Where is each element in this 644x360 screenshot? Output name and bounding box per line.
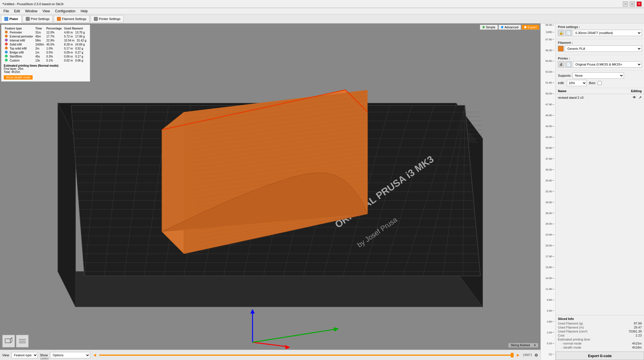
tab-filament-settings[interactable]: Filament Settings bbox=[54, 15, 90, 23]
ruler-tick: 28.00 bbox=[541, 212, 555, 215]
filament-select[interactable]: Generic PLA bbox=[565, 46, 642, 52]
slider-min-val: 196854 bbox=[40, 357, 49, 360]
print-settings-lock-icon[interactable]: 🔒 bbox=[558, 30, 564, 36]
restore-btn[interactable]: □ bbox=[630, 1, 635, 7]
feature-label: Solid infill bbox=[10, 43, 22, 46]
pct-cell: 22.9% bbox=[45, 38, 63, 42]
col-feature: Feature type bbox=[4, 27, 34, 30]
infill-select[interactable]: 10% 15% 20% bbox=[567, 80, 587, 86]
show-stealth-mode-btn[interactable]: Show stealth mode bbox=[4, 75, 33, 80]
view-select[interactable]: Feature type Height Width bbox=[11, 352, 38, 358]
ruler-value: 29.90 bbox=[545, 201, 552, 204]
cost-label: Cost bbox=[558, 334, 565, 337]
ruler-value: 2.00 bbox=[547, 331, 552, 334]
supports-select[interactable]: None bbox=[573, 72, 624, 79]
time-cell: 58m bbox=[34, 38, 45, 42]
edit-icon[interactable]: ↗ bbox=[639, 95, 642, 100]
ruler-value: 39.80 bbox=[545, 147, 552, 149]
normal-mode-label: - normal mode bbox=[561, 342, 582, 345]
ruler-line bbox=[552, 94, 554, 94]
tab-print-settings[interactable]: Print Settings bbox=[23, 15, 53, 23]
layer-slider[interactable] bbox=[99, 355, 514, 356]
printer-select[interactable]: Original Prusa i3 MK3S & MK3S+ bbox=[573, 61, 642, 68]
menu-edit[interactable]: Edit bbox=[12, 9, 22, 14]
menu-file[interactable]: File bbox=[1, 9, 11, 14]
ruler-value: 50.00 bbox=[545, 92, 552, 95]
export-gcode-btn[interactable]: Export G-code bbox=[556, 351, 644, 360]
mode-expert-btn[interactable]: Expert bbox=[522, 25, 539, 30]
viewport[interactable]: Simple Advanced Expert Feature type Time… bbox=[0, 23, 540, 360]
print-settings-row: 🔒 📄 0.30mm DRAFT (modified) bbox=[558, 30, 642, 36]
toolbar: Plater Print Settings Filament Settings … bbox=[0, 14, 644, 23]
slider-max-val: 198871 bbox=[523, 353, 532, 357]
mode-simple-btn[interactable]: Simple bbox=[480, 25, 498, 30]
printer-icon bbox=[94, 17, 98, 21]
tab-filament-label: Filament Settings bbox=[62, 17, 86, 21]
mode-bar: Simple Advanced Expert bbox=[480, 25, 539, 30]
3d-layer-btn[interactable] bbox=[16, 335, 29, 347]
print-settings-select[interactable]: 0.30mm DRAFT (modified) bbox=[573, 30, 642, 36]
filament-g-value: 87.89 bbox=[634, 322, 642, 325]
filament-color-swatch[interactable] bbox=[558, 46, 564, 52]
slider-arrow-left[interactable]: ◄ bbox=[92, 353, 97, 358]
print-settings-profile-icon[interactable]: 📄 bbox=[565, 30, 572, 36]
stats-row: Internal infill 58m 22.9% 10.54 m 31.42 … bbox=[4, 38, 88, 42]
feature-cell: Skirt/Brim bbox=[4, 54, 34, 58]
menu-help[interactable]: Help bbox=[78, 9, 90, 14]
print-settings-section: Print settings : 🔒 📄 0.30mm DRAFT (modif… bbox=[556, 23, 644, 39]
stats-row: Bridge infill 1m 0.5% 0.09 m 0.27 g bbox=[4, 50, 88, 54]
tab-printer-label: Printer Settings bbox=[99, 17, 120, 21]
view-3d-controls bbox=[2, 335, 29, 347]
name-col-header: Name bbox=[558, 89, 567, 93]
close-btn[interactable]: ✕ bbox=[637, 1, 642, 7]
feature-label: Bridge infill bbox=[10, 51, 24, 54]
sliced-row-filament-g: Used Filament (g) 87.89 bbox=[558, 322, 642, 325]
supports-infill-section: Supports: None Infill: 10% 15% 20% Brim bbox=[556, 71, 644, 88]
close-status-icon[interactable]: ✕ bbox=[534, 344, 536, 347]
used-cell: 8.28 m 24.69 g bbox=[63, 42, 88, 46]
ruler-value: 0.20 bbox=[547, 342, 552, 345]
ruler-tick: 54.80 bbox=[541, 60, 555, 62]
sliced-row-filament-mm: Used Filament (mm²) 70381.39 bbox=[558, 330, 642, 333]
print-icon bbox=[26, 17, 30, 21]
used-cell: 5.72 m 17.06 g bbox=[63, 34, 88, 38]
ruler-tick: 26.00 bbox=[541, 222, 555, 225]
ruler-value: 35.90 bbox=[545, 168, 552, 171]
slider-arrow-right[interactable]: ► bbox=[516, 353, 520, 358]
ruler-line bbox=[552, 104, 554, 105]
menu-view[interactable]: View bbox=[40, 9, 52, 14]
ruler-tick: 56.30 bbox=[541, 49, 555, 52]
feature-color-dot bbox=[5, 59, 8, 62]
mode-simple-label: Simple bbox=[486, 25, 496, 29]
mode-expert-label: Expert bbox=[528, 25, 537, 29]
col-time: Time bbox=[34, 27, 45, 30]
ruler-tick: 17.90 bbox=[541, 255, 555, 258]
list-item-left: revised stand 2 v3 bbox=[558, 96, 583, 99]
menu-window[interactable]: Window bbox=[23, 9, 40, 14]
ruler-line bbox=[552, 202, 554, 202]
col-used: Used filament bbox=[63, 27, 88, 30]
3d-perspective-btn[interactable] bbox=[2, 335, 15, 347]
ruler-tick: 5.90 bbox=[541, 309, 555, 312]
simple-dot bbox=[482, 26, 485, 28]
tab-printer-settings[interactable]: Printer Settings bbox=[91, 15, 124, 23]
printer-profile-icon[interactable]: 📄 bbox=[565, 61, 572, 68]
show-label: Show bbox=[40, 353, 48, 357]
mode-advanced-btn[interactable]: Advanced bbox=[498, 25, 521, 30]
brim-checkbox[interactable] bbox=[598, 81, 602, 85]
used-cell: 10.54 m 31.42 g bbox=[63, 38, 88, 42]
perspective-icon bbox=[4, 337, 13, 346]
eye-icon[interactable]: 👁 bbox=[633, 95, 636, 100]
printer-icon-btn[interactable]: 🖨 bbox=[558, 61, 564, 68]
editing-col-header: Editing bbox=[631, 89, 642, 93]
view-label: View bbox=[2, 353, 9, 357]
ruler-line bbox=[552, 224, 554, 224]
ruler-tick: 23.90 bbox=[541, 233, 555, 236]
show-select[interactable]: Options bbox=[50, 352, 90, 358]
menu-configuration[interactable]: Configuration bbox=[53, 9, 78, 14]
minimize-btn[interactable]: ─ bbox=[623, 1, 628, 7]
tab-plater[interactable]: Plater bbox=[1, 15, 21, 23]
ruler-line bbox=[552, 289, 554, 289]
filament-section: Filament : Generic PLA bbox=[556, 39, 644, 55]
nav-icon[interactable]: ⚙ bbox=[534, 353, 538, 357]
